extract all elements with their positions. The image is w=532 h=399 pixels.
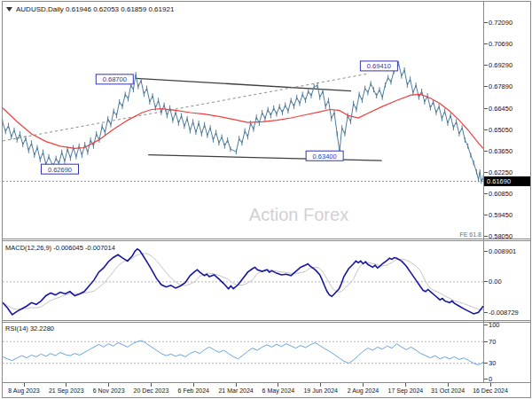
- date-axis: 8 Aug 202321 Sep 20236 Nov 202320 Dec 20…: [8, 383, 508, 395]
- x-tick-label: 20 Dec 2023: [134, 387, 169, 394]
- y-tick-label: 0.62250: [489, 168, 512, 176]
- x-tick-label: 6 May 2024: [262, 387, 295, 395]
- x-tick-label: 31 Oct 2024: [431, 387, 465, 394]
- rsi-indicator-label: RSI(14) 32.2280: [5, 325, 54, 332]
- price-annotation-label: 0.63400: [313, 153, 337, 160]
- trendline-resistance-descending[interactable]: [136, 78, 351, 90]
- trendline-channel-rising[interactable]: [3, 74, 367, 141]
- y-tick-label: 0.66450: [489, 105, 512, 113]
- y-tick-label: 0.58050: [489, 232, 512, 240]
- macd-indicator-label: MACD(12,26,9) -0.006045 -0.007014: [5, 244, 115, 252]
- x-tick-label: 19 Jun 2024: [303, 387, 338, 394]
- x-tick-label: 21 Sep 2023: [49, 387, 84, 395]
- y-tick-label: 70: [489, 338, 496, 346]
- x-tick-label: 2 Aug 2024: [348, 387, 379, 395]
- chart-window: Action Forex 0.720900.706900.692900.6789…: [0, 0, 532, 399]
- y-tick-label: 0.00: [489, 278, 502, 286]
- fe-level-label: FE 61.8: [459, 231, 481, 238]
- symbol-dropdown-icon[interactable]: [6, 7, 12, 12]
- y-tick-label: 0.63650: [489, 147, 512, 155]
- rsi-line: [3, 340, 483, 364]
- price-annotation-label: 0.62690: [48, 166, 72, 174]
- macd-panel: 0.0089010.00-0.008729: [3, 247, 519, 317]
- current-price-badge-label: 0.61690: [487, 177, 511, 185]
- price-line: [3, 64, 483, 182]
- chart-canvas: Action Forex 0.720900.706900.692900.6789…: [0, 0, 532, 399]
- rsi-panel: 10070300: [3, 321, 500, 383]
- x-tick-label: 21 Mar 2024: [218, 387, 253, 394]
- x-tick-label: 17 Sep 2024: [388, 387, 424, 395]
- y-tick-label: 0.60850: [489, 190, 512, 198]
- x-tick-label: 16 Dec 2024: [473, 387, 508, 394]
- price-annotation-label: 0.69410: [367, 62, 391, 70]
- watermark: Action Forex: [249, 205, 348, 224]
- price-annotation[interactable]: 0.62690: [41, 164, 78, 174]
- x-tick-label: 6 Nov 2023: [93, 387, 125, 394]
- window-chrome: [3, 2, 532, 398]
- price-annotation[interactable]: 0.69410: [360, 61, 397, 71]
- y-tick-label: -0.008729: [489, 309, 519, 317]
- trendline-support-line[interactable]: [148, 155, 381, 160]
- y-tick-label: 0.72090: [489, 19, 512, 27]
- y-tick-label: 0.59450: [489, 211, 512, 219]
- price-annotation[interactable]: 0.68700: [96, 74, 133, 84]
- price-annotation-label: 0.68700: [103, 75, 127, 83]
- y-tick-label: 0.69290: [489, 61, 512, 69]
- x-tick-label: 6 Feb 2024: [178, 387, 210, 394]
- y-tick-label: 30: [489, 359, 496, 367]
- y-tick-label: 0.008901: [489, 247, 516, 255]
- chart-title: AUDUSD,Daily 0.61946 0.62053 0.61859 0.6…: [16, 5, 175, 13]
- price-annotation[interactable]: 0.63400: [306, 151, 343, 160]
- y-tick-label: 0.65050: [489, 126, 512, 134]
- y-tick-label: 0.67890: [489, 82, 512, 90]
- x-tick-label: 8 Aug 2023: [8, 387, 40, 395]
- y-tick-label: 0.70690: [489, 40, 512, 48]
